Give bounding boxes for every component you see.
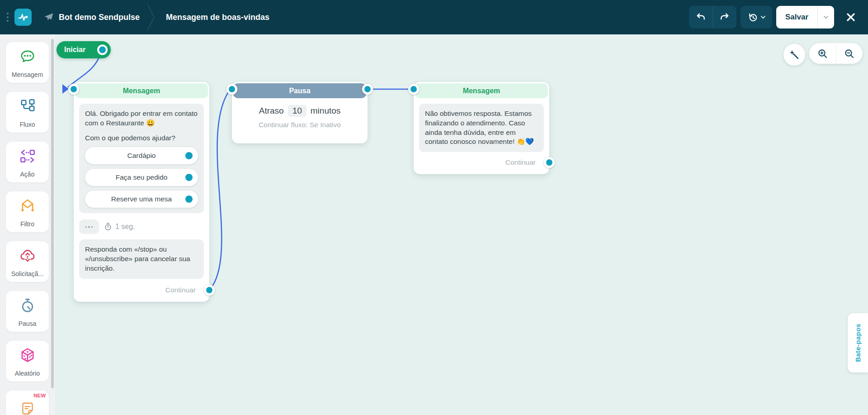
button-output-port[interactable] (185, 196, 193, 203)
node3-input-port[interactable] (408, 84, 419, 95)
history-button[interactable] (741, 6, 772, 29)
node1-header[interactable]: Mensagem (75, 83, 208, 98)
delay-prefix: Atraso (259, 106, 284, 116)
sidebar-item-solicitacao[interactable]: Solicitaçã... (6, 241, 49, 282)
button-label: Cardápio (127, 151, 156, 161)
button-output-port[interactable] (185, 174, 193, 181)
start-output-port[interactable] (97, 45, 108, 55)
chats-tab-label: Bate-papos (854, 324, 862, 362)
more-options-icon[interactable] (79, 219, 99, 234)
redo-icon (719, 12, 730, 23)
sidebar-item-pausa[interactable]: Pausa (6, 291, 49, 332)
node-message-2[interactable]: Mensagem Não obtivemos resposta. Estamos… (414, 82, 549, 174)
sidebar-item-acao[interactable]: Ação (6, 142, 49, 182)
magic-wand-icon (788, 49, 800, 61)
node1-input-port[interactable] (68, 84, 79, 95)
chevron-down-icon (824, 16, 828, 19)
chevron-down-icon (761, 16, 765, 19)
sidebar-item-label: Fluxo (19, 121, 35, 133)
breadcrumb-flow-name: Mensagem de boas-vindas (166, 13, 269, 22)
question-text: Com o que podemos ajudar? (85, 134, 198, 143)
sidebar-item-label: Solicitaçã... (11, 270, 44, 282)
sidebar-item-label: Filtro (20, 220, 34, 232)
dice-icon (19, 341, 36, 370)
node1-delay-row: 1 seg. (79, 219, 204, 234)
node1-message-bubble-2[interactable]: Responda com «/stop» ou «/unsubscribe» p… (79, 239, 204, 278)
action-icon (19, 142, 36, 171)
node3-output-port[interactable] (544, 157, 555, 168)
filter-branch-icon (19, 191, 36, 220)
flow-builder-screen: Bot demo Sendpulse Mensagem de boas-vind… (0, 0, 868, 415)
kebab-menu-icon[interactable] (4, 8, 12, 26)
pause-input-port[interactable] (226, 84, 237, 95)
undo-button[interactable] (689, 6, 712, 29)
breadcrumb-chevron-icon (146, 2, 156, 32)
sidebar-scrollbar[interactable] (51, 39, 54, 388)
pause-condition: Continuar fluxo: Se Inativo (232, 121, 368, 138)
start-label: Iniciar (64, 46, 85, 54)
pause-output-port[interactable] (362, 84, 373, 95)
typing-delay: 1 seg. (104, 223, 135, 231)
quick-reply-button[interactable]: Reserve uma mesa (85, 191, 198, 208)
message-bubble-icon (19, 42, 36, 71)
sidebar-item-mensagem[interactable]: Mensagem (6, 42, 49, 83)
save-split-button: Salvar (776, 6, 834, 29)
message-text: Olá. Obrigado por entrar em contato com … (85, 109, 198, 128)
redo-button[interactable] (713, 6, 736, 29)
zoom-out-button[interactable] (836, 43, 863, 64)
continue-label: Continuar (165, 286, 196, 294)
save-options-button[interactable] (818, 6, 834, 29)
node3-message-bubble[interactable]: Não obtivemos resposta. Estamos finaliza… (419, 104, 544, 152)
pause-header[interactable]: Pausa (233, 83, 366, 98)
timer-icon (104, 223, 112, 231)
sidebar-item-aleatorio[interactable]: Aleatório (6, 341, 49, 382)
zoom-out-icon (844, 48, 854, 59)
sidebar-item-new[interactable]: NEW (6, 391, 49, 415)
flow-canvas[interactable]: Iniciar Mensagem Olá. Obrigado por entra… (55, 34, 868, 415)
new-badge: NEW (33, 393, 46, 398)
chats-panel-tab[interactable]: Bate-papos (848, 313, 868, 372)
save-button[interactable]: Salvar (776, 13, 817, 22)
sidebar-item-label: Mensagem (12, 71, 43, 83)
sidebar-item-label: Pausa (19, 320, 37, 332)
breadcrumb-bot-name[interactable]: Bot demo Sendpulse (59, 13, 140, 22)
stopwatch-icon (19, 291, 36, 320)
node3-continue-row: Continuar (419, 157, 544, 167)
node-message-1[interactable]: Mensagem Olá. Obrigado por entrar em con… (74, 82, 209, 302)
sidebar-item-filtro[interactable]: Filtro (6, 191, 49, 232)
delay-value-field[interactable]: 10 (288, 105, 307, 117)
topbar: Bot demo Sendpulse Mensagem de boas-vind… (0, 0, 868, 34)
delay-value: 1 seg. (115, 223, 135, 231)
undo-icon (695, 12, 706, 23)
auto-arrange-button[interactable] (783, 44, 805, 66)
elements-sidebar: Mensagem Fluxo (0, 34, 55, 415)
message-text: Responda com «/stop» ou «/unsubscribe» p… (85, 245, 198, 273)
zoom-in-icon (817, 48, 828, 59)
quick-reply-button[interactable]: Cardápio (85, 147, 198, 164)
button-label: Reserve uma mesa (111, 195, 172, 204)
node1-continue-row: Continuar (79, 285, 204, 295)
message-text: Não obtivemos resposta. Estamos finaliza… (425, 109, 538, 147)
api-request-cloud-icon (19, 241, 36, 270)
node1-output-port[interactable] (204, 285, 215, 296)
continue-label: Continuar (505, 158, 536, 167)
node3-header[interactable]: Mensagem (415, 83, 548, 98)
start-trigger-node[interactable]: Iniciar (57, 41, 111, 58)
delay-unit: minutos (311, 106, 341, 116)
zoom-in-button[interactable] (809, 43, 836, 64)
telegram-plane-icon (43, 12, 54, 23)
sendpulse-logo[interactable] (14, 9, 32, 26)
quick-reply-button[interactable]: Faça seu pedido (85, 169, 198, 186)
sidebar-item-fluxo[interactable]: Fluxo (6, 92, 49, 133)
zoom-controls (809, 43, 863, 64)
undo-redo-group (689, 6, 736, 29)
button-label: Faça seu pedido (116, 173, 168, 182)
pause-delay-row: Atraso 10 minutos (232, 105, 368, 117)
close-button[interactable] (841, 7, 861, 27)
node-pause[interactable]: Pausa Atraso 10 minutos Continuar fluxo:… (232, 82, 368, 143)
topbar-actions: Salvar (689, 6, 861, 29)
history-clock-icon (747, 12, 758, 23)
button-output-port[interactable] (185, 152, 193, 159)
node1-message-bubble[interactable]: Olá. Obrigado por entrar em contato com … (79, 104, 204, 213)
close-icon (846, 12, 856, 22)
